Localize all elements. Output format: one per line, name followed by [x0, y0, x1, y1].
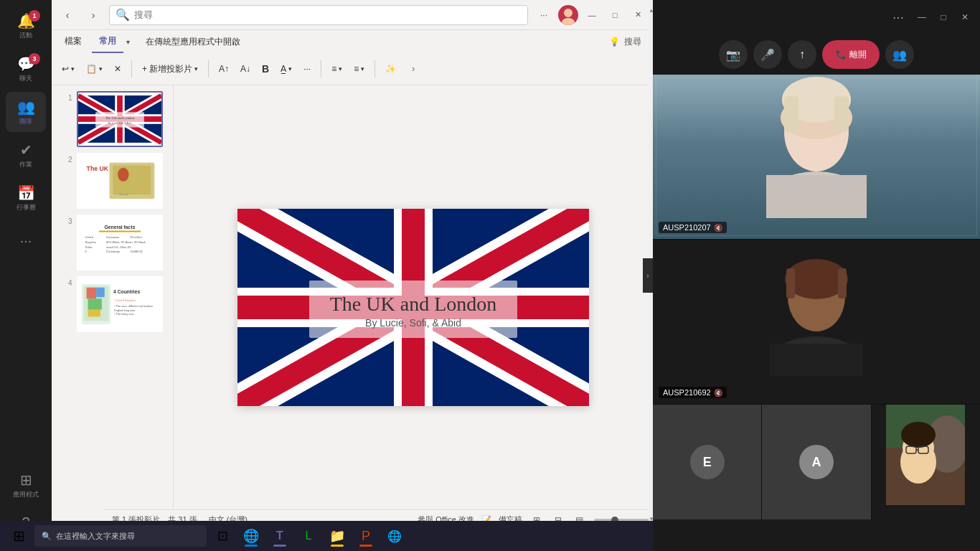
ribbon: 檔案 常用 ▾ 在傳統型應用程式中開啟 💡 搜尋 ↩▾ 📋▾ ✕ + 新增投影片… [52, 30, 653, 85]
svg-text:Europe: Europe [119, 193, 128, 196]
video-stream-4: A [762, 405, 871, 519]
line-icon: L [306, 529, 312, 542]
svg-text:63 million: 63 million [130, 236, 141, 239]
powerpoint-button[interactable]: P [353, 523, 379, 549]
explorer-button[interactable]: 📁 [324, 523, 350, 549]
teams-maximize-button[interactable]: □ [934, 8, 953, 27]
svg-rect-22 [99, 231, 141, 232]
mic-muted-icon2: 🔇 [714, 389, 722, 397]
open-in-desktop-button[interactable]: 在傳統型應用程式中開啟 [138, 33, 248, 51]
bold-button[interactable]: B [258, 58, 273, 80]
sidebar-item-activity[interactable]: 🔔 1 活動 [6, 6, 46, 46]
new-slide-button[interactable]: + 新增投影片 ▾ [138, 58, 202, 80]
svg-point-1 [562, 18, 575, 25]
font-color-button[interactable]: A̲▾ [276, 58, 296, 80]
slide-image-1[interactable]: The UK and London By Lucie, Sofi, & Abid [77, 91, 163, 147]
delete-button[interactable]: ✕ [110, 58, 126, 80]
participants-button[interactable]: 👥 [885, 40, 914, 69]
panel-collapse-button[interactable]: › [643, 258, 653, 293]
svg-text:English king size: English king size [114, 309, 135, 312]
search-input[interactable] [134, 9, 522, 20]
meeting-controls: 📷 🎤 ↑ 📞 離開 👥 [653, 34, 980, 75]
svg-point-0 [564, 9, 573, 17]
taskbar-search-icon: 🔍 [42, 532, 52, 541]
slide-image-2[interactable]: The UK Europe [77, 153, 163, 209]
teams-sidebar: 🔔 1 活動 💬 3 聊天 👥 團隊 ✔ 作業 📅 行事曆 ··· ⊞ 應用程式… [0, 0, 52, 551]
start-button[interactable]: ⊞ [6, 523, 32, 549]
main-slide-canvas[interactable]: The UK and London By Lucie, Sofi, & Abid [237, 209, 589, 406]
ideas-icon: 💡 [609, 37, 620, 47]
ppt-area: ‹ › 🔍 ··· — □ ✕ 檔案 常用 ▾ 在傳統型應用程式中開啟 [52, 0, 653, 529]
slide-image-3[interactable]: General facts United Caucasian 63 millio… [77, 215, 163, 270]
teams-minimize-button[interactable]: — [913, 8, 931, 27]
back-button[interactable]: ‹ [57, 5, 77, 25]
sidebar-item-chat[interactable]: 💬 3 聊天 [6, 49, 46, 89]
tab-home[interactable]: 常用 [92, 30, 123, 53]
tab-file[interactable]: 檔案 [57, 30, 89, 53]
more-options-button[interactable]: ··· [534, 5, 554, 25]
more-format-button[interactable]: ··· [299, 58, 315, 80]
sidebar-item-teams[interactable]: 👥 團隊 [6, 92, 46, 132]
font-increase-button[interactable]: A↑ [215, 58, 233, 80]
svg-text:• The leaky cow: • The leaky cow [114, 313, 133, 316]
line-button[interactable]: L [296, 523, 321, 549]
camera-icon: 📷 [726, 48, 740, 62]
sidebar-item-calendar[interactable]: 📅 行事曆 [6, 178, 46, 218]
explorer-icon: 📁 [329, 528, 345, 544]
video-stream-3: E [653, 405, 762, 519]
svg-text:24,880.00: 24,880.00 [130, 251, 142, 254]
svg-text:85% White, 6% Asian, 3% Black: 85% White, 6% Asian, 3% Black [105, 241, 145, 244]
svg-text:The UK and London: The UK and London [330, 293, 497, 315]
slide-content-area: ▲ ▼ 1 [52, 85, 653, 529]
sidebar-item-more[interactable]: ··· [6, 221, 46, 261]
undo-button[interactable]: ↩▾ [57, 58, 79, 80]
edge-button[interactable]: 🌐 [238, 523, 264, 549]
camera-button[interactable]: 📷 [719, 40, 748, 69]
expand-ribbon-button[interactable]: › [403, 59, 423, 79]
new-slide-arrow-icon: ▾ [194, 65, 198, 72]
teams-app-icon: T [276, 529, 283, 542]
slide-thumb-4[interactable]: 4 4 Countries • United Kingdom [62, 276, 163, 332]
search-box[interactable]: 🔍 [109, 5, 528, 25]
more-icon: ··· [17, 232, 34, 249]
sidebar-item-tasks[interactable]: ✔ 作業 [6, 135, 46, 175]
minimize-button[interactable]: — [583, 6, 601, 24]
edge-icon: 🌐 [243, 528, 259, 544]
teams-icon: 👥 [17, 98, 34, 116]
slide-thumb-3[interactable]: 3 General facts United Caucasian 63 mill… [62, 215, 163, 270]
svg-text:General facts: General facts [104, 225, 135, 230]
teams-app-button[interactable]: T [267, 523, 293, 549]
participant4-avatar: A [799, 445, 834, 479]
maximize-button[interactable]: □ [606, 6, 624, 24]
taskview-button[interactable]: ⊡ [209, 523, 235, 549]
sidebar-item-apps[interactable]: ⊞ 應用程式 [6, 465, 46, 505]
paste-button[interactable]: 📋▾ [82, 58, 107, 80]
align-button[interactable]: ≡▾ [349, 58, 369, 80]
tab-dropdown-icon[interactable]: ▾ [126, 38, 130, 46]
svg-text:• The cars, different car loca: • The cars, different car location [114, 305, 153, 308]
share-button[interactable]: ↑ [788, 40, 816, 69]
taskbar-search-box[interactable]: 🔍 在這裡輸入文字來搜尋 [34, 525, 207, 547]
slide-image-4[interactable]: 4 Countries • United Kingdom • The cars,… [77, 276, 163, 332]
teams-more-options[interactable]: ⋯ [887, 6, 910, 29]
leave-meeting-button[interactable]: 📞 離開 [822, 40, 880, 69]
mic-button[interactable]: 🎤 [753, 40, 782, 69]
svg-rect-38 [88, 298, 101, 309]
task-icon: ✔ [17, 141, 34, 159]
video-stream-5 [872, 405, 980, 519]
forward-button[interactable]: › [83, 5, 103, 25]
animation-button[interactable]: ✨ [381, 58, 400, 80]
teams-close-button[interactable]: ✕ [956, 8, 974, 27]
close-button[interactable]: ✕ [628, 6, 647, 24]
chrome-button[interactable]: 🌐 [382, 523, 407, 549]
toolbar-separator2 [208, 60, 209, 77]
ribbon-search-area[interactable]: 💡 搜尋 [603, 34, 647, 50]
font-decrease-button[interactable]: A↓ [236, 58, 255, 80]
ppt-titlebar: ‹ › 🔍 ··· — □ ✕ [52, 0, 653, 30]
list-button[interactable]: ≡▾ [327, 58, 347, 80]
svg-text:The UK: The UK [86, 165, 108, 172]
title-bar-right: ··· — □ ✕ [534, 5, 647, 25]
slide-thumb-1[interactable]: 1 [62, 91, 163, 147]
slide-thumb-2[interactable]: 2 The UK Europe [62, 153, 163, 209]
participant1-name-tag: AUSP210207 🔇 [659, 222, 727, 233]
